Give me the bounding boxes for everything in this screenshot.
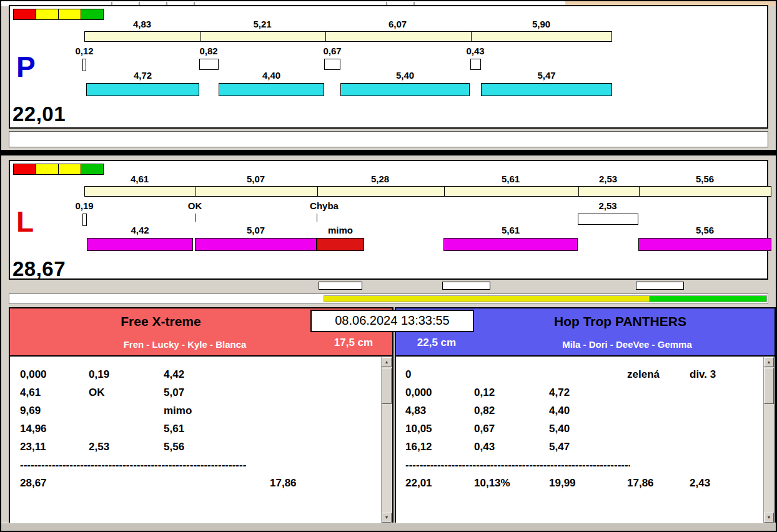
scrollbar-thumb[interactable]	[382, 368, 392, 404]
split-divider	[195, 187, 196, 196]
cell-total: 22,01	[405, 477, 474, 490]
lane-p-panel: P 22,01 4,83 5,21 6,07 5,90 0,12 0,82 0,…	[9, 5, 768, 129]
exchange-tick	[195, 214, 195, 222]
lane-p-footer-strip	[9, 131, 768, 147]
run-time-label: 5,56	[638, 225, 771, 235]
rerun-marker-box	[636, 282, 684, 290]
scroll-up-button[interactable]: ▲	[382, 357, 392, 367]
lane-divider	[1, 150, 776, 155]
cell-run: 5,40	[549, 423, 627, 435]
run-bar	[443, 238, 578, 251]
exchange-time-label: 0,43	[457, 46, 494, 56]
light-red-icon	[13, 164, 36, 175]
team-members: Mila - Dori - DeeVee - Gemma	[490, 339, 765, 350]
split-time-label: 4,61	[84, 174, 195, 184]
split-divider	[639, 187, 640, 196]
split-time-label: 2,53	[578, 174, 638, 184]
result-row: 0,000 0,12 4,72	[396, 383, 775, 401]
cell-cumulative: 4,61	[20, 387, 89, 399]
cell-run: 5,61	[164, 423, 270, 435]
light-yellow-icon	[36, 9, 59, 20]
cell-run: 4,72	[549, 387, 627, 399]
team-right-results: 0 zelená div. 3 0,000 0,12 4,72 4,83 0,8…	[396, 355, 775, 523]
lane-total-time: 22,01	[12, 102, 66, 126]
run-time-label: 4,42	[87, 225, 193, 235]
run-fault-bar	[317, 238, 364, 251]
exchange-time-label: 0,67	[314, 46, 351, 56]
exchange-box	[324, 59, 340, 70]
result-row: 10,05 0,67 5,40	[396, 420, 775, 438]
cell-run: 5,47	[549, 441, 627, 453]
cell-exchange: 0,43	[474, 441, 549, 453]
exchange-time-label: 0,19	[66, 201, 103, 211]
lane-letter: P	[16, 52, 36, 81]
cell-exchange: 0,67	[474, 423, 549, 435]
scroll-down-button[interactable]: ▼	[382, 513, 392, 523]
split-divider	[444, 187, 445, 196]
run-time-label: 4,40	[219, 71, 324, 81]
exchange-tick	[317, 214, 317, 222]
result-row: 9,69 mimo	[10, 401, 392, 420]
team-name: Hop Trop PANTHERS	[476, 314, 765, 329]
split-time-label: 5,07	[195, 174, 317, 184]
jump-height: 17,5 cm	[322, 337, 385, 349]
scroll-up-button[interactable]: ▲	[764, 357, 774, 367]
cell-run: 5,07	[164, 387, 270, 399]
cell-exchange: 0,82	[474, 405, 549, 417]
run-bar	[87, 238, 193, 251]
exchange-time-label: 0,82	[190, 46, 227, 56]
run-time-label: 5,47	[481, 71, 612, 81]
results-divider: ----------------------------------------…	[405, 456, 630, 474]
split-time-label: 5,21	[200, 19, 325, 29]
split-bar	[84, 186, 771, 197]
scrollbar-thumb[interactable]	[764, 368, 774, 404]
info-row: 0 zelená div. 3	[396, 365, 775, 383]
split-time-label: 4,83	[84, 19, 200, 29]
scroll-down-button[interactable]: ▼	[764, 513, 774, 523]
split-divider	[578, 187, 579, 196]
vertical-scrollbar[interactable]: ▲ ▼	[381, 357, 392, 523]
exchange-time-label: 0,12	[66, 46, 103, 56]
run-bar	[481, 83, 612, 96]
start-lights	[13, 164, 103, 175]
cell-flag: 0	[405, 368, 474, 381]
cell-exchange: 0,12	[474, 387, 549, 399]
split-time-label: 5,61	[443, 174, 578, 184]
split-divider	[471, 32, 472, 41]
result-row: 23,11 2,53 5,56	[10, 438, 392, 456]
split-bar	[84, 31, 612, 42]
exchange-box	[199, 59, 219, 70]
split-divider	[200, 32, 201, 41]
cell-net-time: 19,99	[549, 477, 627, 490]
progress-strip	[9, 293, 768, 304]
light-green-icon	[81, 9, 104, 20]
exchange-time-label: 2,53	[589, 201, 626, 211]
cell-cumulative: 0,000	[405, 387, 474, 399]
run-fault-label: mimo	[317, 225, 364, 235]
team-left-results: 0,000 0,19 4,42 4,61 OK 5,07 9,69 mimo 1…	[10, 355, 392, 523]
run-bar	[195, 238, 317, 251]
result-row: 0,000 0,19 4,42	[10, 365, 392, 383]
run-bar	[340, 83, 470, 96]
progress-bar-yellow	[324, 295, 650, 302]
split-time-label: 5,56	[638, 174, 771, 184]
run-time-label: 5,40	[340, 71, 470, 81]
start-lights	[13, 9, 103, 20]
run-bar	[219, 83, 324, 96]
light-yellow-icon	[58, 9, 81, 20]
status-bar	[1, 523, 776, 531]
vertical-scrollbar[interactable]: ▲ ▼	[763, 357, 774, 523]
lane-letter: L	[16, 207, 34, 236]
cell-cumulative: 23,11	[20, 441, 89, 453]
cell-total: 28,67	[20, 477, 89, 490]
light-green-icon	[81, 164, 104, 175]
results-divider: ----------------------------------------…	[20, 456, 259, 474]
result-row: 4,61 OK 5,07	[10, 383, 392, 401]
datetime-display: 08.06.2024 13:33:55	[310, 310, 474, 332]
cell-cumulative: 10,05	[405, 423, 474, 435]
team-right-panel: Hop Trop PANTHERS 22,5 cm Mila - Dori - …	[395, 307, 776, 525]
jump-height: 22,5 cm	[408, 337, 465, 349]
cell-run: mimo	[164, 405, 270, 417]
timing-app-window: P 22,01 4,83 5,21 6,07 5,90 0,12 0,82 0,…	[0, 0, 777, 532]
cell-best: 17,86	[270, 477, 392, 490]
